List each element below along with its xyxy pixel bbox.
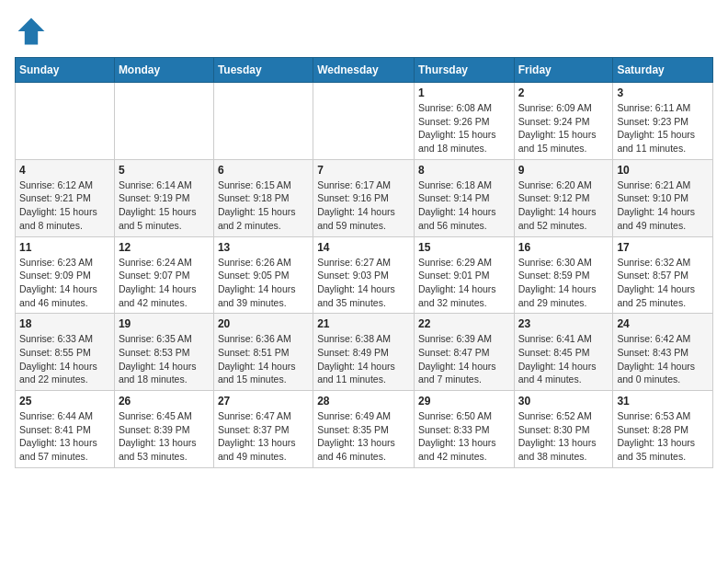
day-info: Sunrise: 6:50 AM Sunset: 8:33 PM Dayligh… — [418, 409, 510, 464]
calendar-cell: 7Sunrise: 6:17 AM Sunset: 9:16 PM Daylig… — [313, 159, 415, 236]
calendar-cell: 23Sunrise: 6:41 AM Sunset: 8:45 PM Dayli… — [514, 314, 613, 391]
day-info: Sunrise: 6:38 AM Sunset: 8:49 PM Dayligh… — [317, 332, 410, 386]
calendar-cell — [16, 83, 115, 160]
calendar-cell: 19Sunrise: 6:35 AM Sunset: 8:53 PM Dayli… — [114, 314, 213, 391]
day-info: Sunrise: 6:12 AM Sunset: 9:21 PM Dayligh… — [19, 178, 110, 233]
calendar-cell: 18Sunrise: 6:33 AM Sunset: 8:55 PM Dayli… — [16, 314, 115, 391]
day-number: 27 — [218, 395, 309, 408]
calendar-cell: 28Sunrise: 6:49 AM Sunset: 8:35 PM Dayli… — [313, 391, 415, 468]
day-number: 7 — [317, 164, 410, 177]
day-number: 4 — [19, 164, 110, 177]
calendar-header-tuesday: Tuesday — [213, 58, 313, 83]
calendar-cell: 6Sunrise: 6:15 AM Sunset: 9:18 PM Daylig… — [213, 159, 313, 236]
calendar-week-row: 1Sunrise: 6:08 AM Sunset: 9:26 PM Daylig… — [16, 83, 713, 160]
calendar-cell: 27Sunrise: 6:47 AM Sunset: 8:37 PM Dayli… — [213, 391, 313, 468]
day-info: Sunrise: 6:39 AM Sunset: 8:47 PM Dayligh… — [418, 332, 510, 386]
calendar-cell: 30Sunrise: 6:52 AM Sunset: 8:30 PM Dayli… — [514, 391, 613, 468]
day-info: Sunrise: 6:24 AM Sunset: 9:07 PM Dayligh… — [119, 256, 210, 310]
day-info: Sunrise: 6:29 AM Sunset: 9:01 PM Dayligh… — [418, 256, 510, 310]
day-info: Sunrise: 6:53 AM Sunset: 8:28 PM Dayligh… — [617, 409, 709, 464]
calendar-cell: 16Sunrise: 6:30 AM Sunset: 8:59 PM Dayli… — [514, 236, 613, 314]
calendar-table: SundayMondayTuesdayWednesdayThursdayFrid… — [15, 57, 713, 468]
day-number: 11 — [19, 241, 110, 254]
calendar-cell: 2Sunrise: 6:09 AM Sunset: 9:24 PM Daylig… — [514, 83, 613, 160]
calendar-cell: 15Sunrise: 6:29 AM Sunset: 9:01 PM Dayli… — [414, 236, 514, 314]
day-number: 28 — [317, 395, 410, 408]
day-number: 1 — [418, 86, 510, 99]
day-number: 22 — [418, 317, 510, 330]
day-info: Sunrise: 6:33 AM Sunset: 8:55 PM Dayligh… — [19, 332, 110, 386]
calendar-cell: 10Sunrise: 6:21 AM Sunset: 9:10 PM Dayli… — [613, 159, 713, 236]
calendar-cell: 13Sunrise: 6:26 AM Sunset: 9:05 PM Dayli… — [213, 236, 313, 314]
day-info: Sunrise: 6:52 AM Sunset: 8:30 PM Dayligh… — [518, 409, 609, 464]
day-info: Sunrise: 6:14 AM Sunset: 9:19 PM Dayligh… — [119, 178, 210, 233]
calendar-header-row: SundayMondayTuesdayWednesdayThursdayFrid… — [16, 58, 713, 83]
calendar-header-saturday: Saturday — [613, 58, 713, 83]
day-number: 25 — [19, 395, 110, 408]
calendar-cell: 3Sunrise: 6:11 AM Sunset: 9:23 PM Daylig… — [613, 83, 713, 160]
calendar-cell: 22Sunrise: 6:39 AM Sunset: 8:47 PM Dayli… — [414, 314, 514, 391]
day-number: 14 — [317, 241, 410, 254]
day-number: 31 — [617, 395, 709, 408]
calendar-header-monday: Monday — [114, 58, 213, 83]
day-info: Sunrise: 6:32 AM Sunset: 8:57 PM Dayligh… — [617, 256, 709, 310]
day-number: 2 — [518, 86, 609, 99]
day-number: 16 — [518, 241, 609, 254]
day-number: 15 — [418, 241, 510, 254]
calendar-cell — [213, 83, 313, 160]
calendar-cell: 14Sunrise: 6:27 AM Sunset: 9:03 PM Dayli… — [313, 236, 415, 314]
day-number: 5 — [119, 164, 210, 177]
logo-icon — [15, 15, 48, 48]
day-number: 21 — [317, 317, 410, 330]
logo — [15, 15, 51, 48]
day-info: Sunrise: 6:17 AM Sunset: 9:16 PM Dayligh… — [317, 178, 410, 233]
day-number: 19 — [119, 317, 210, 330]
day-number: 20 — [218, 317, 309, 330]
calendar-header-sunday: Sunday — [16, 58, 115, 83]
day-info: Sunrise: 6:41 AM Sunset: 8:45 PM Dayligh… — [518, 332, 609, 386]
calendar-cell: 11Sunrise: 6:23 AM Sunset: 9:09 PM Dayli… — [16, 236, 115, 314]
calendar-cell: 17Sunrise: 6:32 AM Sunset: 8:57 PM Dayli… — [613, 236, 713, 314]
day-info: Sunrise: 6:45 AM Sunset: 8:39 PM Dayligh… — [119, 409, 210, 464]
calendar-week-row: 4Sunrise: 6:12 AM Sunset: 9:21 PM Daylig… — [16, 159, 713, 236]
day-number: 29 — [418, 395, 510, 408]
calendar-header-friday: Friday — [514, 58, 613, 83]
calendar-cell: 20Sunrise: 6:36 AM Sunset: 8:51 PM Dayli… — [213, 314, 313, 391]
calendar-cell: 26Sunrise: 6:45 AM Sunset: 8:39 PM Dayli… — [114, 391, 213, 468]
day-number: 8 — [418, 164, 510, 177]
day-info: Sunrise: 6:09 AM Sunset: 9:24 PM Dayligh… — [518, 101, 609, 155]
day-number: 10 — [617, 164, 709, 177]
day-number: 24 — [617, 317, 709, 330]
calendar-week-row: 18Sunrise: 6:33 AM Sunset: 8:55 PM Dayli… — [16, 314, 713, 391]
calendar-cell: 21Sunrise: 6:38 AM Sunset: 8:49 PM Dayli… — [313, 314, 415, 391]
header — [15, 15, 713, 48]
calendar-cell — [114, 83, 213, 160]
calendar-week-row: 25Sunrise: 6:44 AM Sunset: 8:41 PM Dayli… — [16, 391, 713, 468]
day-number: 30 — [518, 395, 609, 408]
calendar-cell — [313, 83, 415, 160]
day-number: 6 — [218, 164, 309, 177]
day-number: 18 — [19, 317, 110, 330]
day-info: Sunrise: 6:36 AM Sunset: 8:51 PM Dayligh… — [218, 332, 309, 386]
calendar-header-thursday: Thursday — [414, 58, 514, 83]
day-info: Sunrise: 6:42 AM Sunset: 8:43 PM Dayligh… — [617, 332, 709, 386]
day-number: 23 — [518, 317, 609, 330]
calendar-cell: 29Sunrise: 6:50 AM Sunset: 8:33 PM Dayli… — [414, 391, 514, 468]
day-number: 12 — [119, 241, 210, 254]
calendar-cell: 24Sunrise: 6:42 AM Sunset: 8:43 PM Dayli… — [613, 314, 713, 391]
day-info: Sunrise: 6:47 AM Sunset: 8:37 PM Dayligh… — [218, 409, 309, 464]
calendar-cell: 5Sunrise: 6:14 AM Sunset: 9:19 PM Daylig… — [114, 159, 213, 236]
calendar-header-wednesday: Wednesday — [313, 58, 415, 83]
day-info: Sunrise: 6:23 AM Sunset: 9:09 PM Dayligh… — [19, 256, 110, 310]
day-info: Sunrise: 6:35 AM Sunset: 8:53 PM Dayligh… — [119, 332, 210, 386]
day-number: 13 — [218, 241, 309, 254]
day-info: Sunrise: 6:20 AM Sunset: 9:12 PM Dayligh… — [518, 178, 609, 233]
day-info: Sunrise: 6:44 AM Sunset: 8:41 PM Dayligh… — [19, 409, 110, 464]
day-info: Sunrise: 6:11 AM Sunset: 9:23 PM Dayligh… — [617, 101, 709, 155]
calendar-cell: 8Sunrise: 6:18 AM Sunset: 9:14 PM Daylig… — [414, 159, 514, 236]
day-number: 9 — [518, 164, 609, 177]
day-number: 3 — [617, 86, 709, 99]
calendar-cell: 1Sunrise: 6:08 AM Sunset: 9:26 PM Daylig… — [414, 83, 514, 160]
day-info: Sunrise: 6:18 AM Sunset: 9:14 PM Dayligh… — [418, 178, 510, 233]
calendar-cell: 4Sunrise: 6:12 AM Sunset: 9:21 PM Daylig… — [16, 159, 115, 236]
